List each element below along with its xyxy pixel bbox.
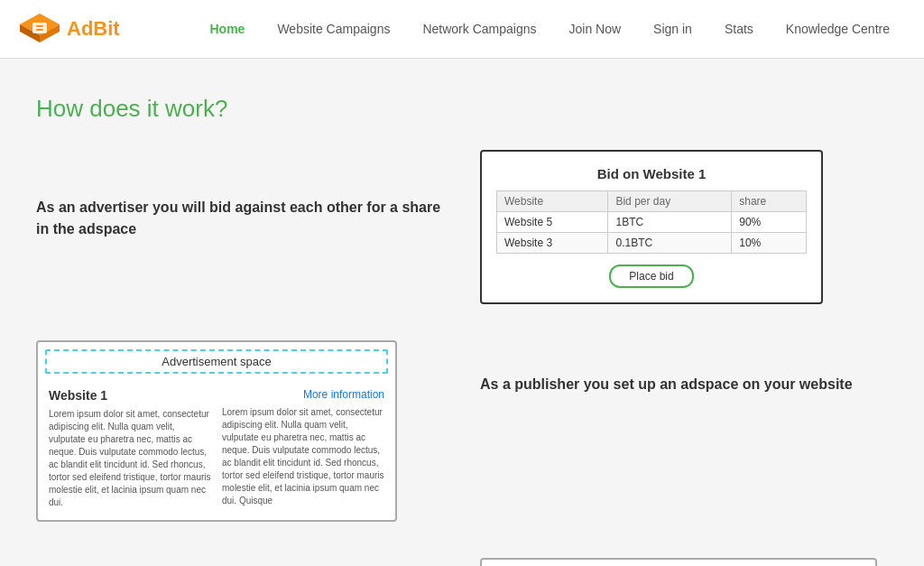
- svg-rect-5: [36, 29, 43, 31]
- bid-table: Website Bid per day share Website 5 1BTC…: [496, 190, 807, 254]
- bid-col: Bid on Website 1 Website Bid per day sha…: [480, 150, 888, 304]
- advertiser-col: As an advertiser you will bid against ea…: [36, 150, 444, 304]
- svg-rect-4: [36, 25, 43, 27]
- ad-lorem-right: Lorem ipsum dolor sit amet, consectetur …: [222, 406, 384, 507]
- random-ad-col: An advertisement is randomly chosen base…: [36, 558, 444, 566]
- ad-space-col: Advertisement space Website 1 Lorem ipsu…: [36, 340, 444, 522]
- nav-links: Home Website Campaigns Network Campaigns…: [194, 22, 907, 36]
- publisher-col: As a publisher you set up an adspace on …: [480, 340, 888, 522]
- advertiser-description: As an advertiser you will bid against ea…: [36, 197, 444, 240]
- main-content: How does it work? As an advertiser you w…: [0, 59, 924, 566]
- ad-space-box2: Advertisement from Website 5 Website 1 L…: [480, 558, 877, 566]
- bid-row-1-share: 90%: [732, 212, 807, 233]
- ad-site-title: Website 1: [49, 388, 211, 403]
- nav-website-campaigns[interactable]: Website Campaigns: [261, 22, 406, 36]
- nav-network-campaigns[interactable]: Network Campaigns: [406, 22, 552, 36]
- logo-text: AdBit: [67, 17, 120, 41]
- nav-knowledge-centre[interactable]: Knowledge Centre: [770, 22, 906, 36]
- bottom-section: An advertisement is randomly chosen base…: [36, 558, 888, 566]
- ad-space2-col: Advertisement from Website 5 Website 1 L…: [480, 558, 888, 566]
- ad-lorem-left: Lorem ipsum dolor sit amet, consectetur …: [49, 408, 211, 509]
- logo-icon: [18, 12, 61, 46]
- ad-space-content: Website 1 Lorem ipsum dolor sit amet, co…: [38, 381, 395, 520]
- ad-col-right: More information Lorem ipsum dolor sit a…: [222, 388, 384, 509]
- ad-space-box: Advertisement space Website 1 Lorem ipsu…: [36, 340, 397, 522]
- bid-row-2: Website 3 0.1BTC 10%: [497, 233, 807, 254]
- bid-row-1-website: Website 5: [497, 212, 608, 233]
- navbar: AdBit Home Website Campaigns Network Cam…: [0, 0, 924, 59]
- logo: AdBit: [18, 12, 120, 46]
- place-bid-button[interactable]: Place bid: [609, 264, 693, 288]
- bid-col-website: Website: [497, 191, 608, 212]
- bid-col-share: share: [732, 191, 807, 212]
- nav-stats[interactable]: Stats: [708, 22, 770, 36]
- page-title: How does it work?: [36, 95, 888, 123]
- nav-sign-in[interactable]: Sign in: [637, 22, 708, 36]
- ad-col-left: Website 1 Lorem ipsum dolor sit amet, co…: [49, 388, 211, 509]
- bid-row-2-bid: 0.1BTC: [608, 233, 732, 254]
- bid-box: Bid on Website 1 Website Bid per day sha…: [480, 150, 823, 304]
- top-section: As an advertiser you will bid against ea…: [36, 150, 888, 304]
- bid-row-2-website: Website 3: [497, 233, 608, 254]
- nav-home[interactable]: Home: [194, 22, 262, 36]
- bid-box-title: Bid on Website 1: [496, 166, 807, 181]
- ad-space-header: Advertisement space: [45, 349, 388, 374]
- bid-row-2-share: 10%: [732, 233, 807, 254]
- bid-row-1-bid: 1BTC: [608, 212, 732, 233]
- ad-more-info[interactable]: More information: [222, 388, 384, 401]
- svg-rect-3: [32, 23, 47, 33]
- bid-col-bid-per-day: Bid per day: [608, 191, 732, 212]
- publisher-description: As a publisher you set up an adspace on …: [480, 376, 888, 393]
- bid-row-1: Website 5 1BTC 90%: [497, 212, 807, 233]
- middle-section: Advertisement space Website 1 Lorem ipsu…: [36, 340, 888, 522]
- nav-join-now[interactable]: Join Now: [553, 22, 638, 36]
